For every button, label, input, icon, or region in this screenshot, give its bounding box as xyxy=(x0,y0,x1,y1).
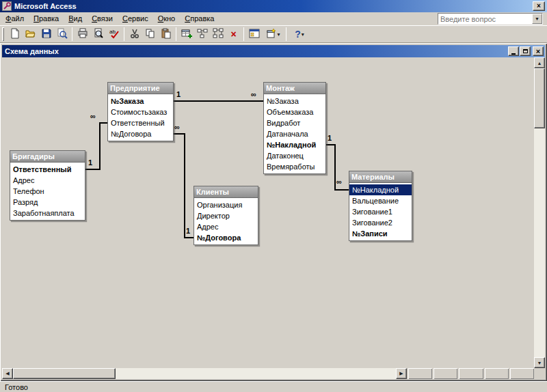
field-row[interactable]: Заработнаяплата xyxy=(10,208,85,219)
show-table-button[interactable] xyxy=(178,27,194,42)
scroll-down-button[interactable]: ▼ xyxy=(534,357,545,368)
table-predpriyatie[interactable]: Предприятие №Заказа Стоимостьзаказ Ответ… xyxy=(107,82,174,141)
relationships-window: Схема данных × 1 ∞ 1 ∞ ∞ 1 xyxy=(0,43,547,381)
field-row[interactable]: Времяработы xyxy=(264,161,325,172)
field-row[interactable]: Стоимостьзаказ xyxy=(108,107,173,117)
field-row[interactable]: Организация xyxy=(194,199,258,210)
field-row[interactable]: №Накладной xyxy=(264,139,325,150)
spelling-button[interactable]: ab xyxy=(106,27,122,42)
menu-item-edit[interactable]: Правка xyxy=(29,13,64,25)
menu-item-window[interactable]: Окно xyxy=(153,13,181,25)
print-preview-button[interactable] xyxy=(90,27,106,42)
table-header[interactable]: Материалы xyxy=(349,171,412,183)
table-header[interactable]: Монтаж xyxy=(264,83,325,94)
relationships-canvas: 1 ∞ 1 ∞ ∞ 1 1 ∞ Предприятие № xyxy=(2,57,534,368)
h-scrollbar[interactable]: ◀ ▶ xyxy=(2,368,407,379)
copy-button[interactable] xyxy=(142,27,158,42)
new-document-icon xyxy=(10,28,21,40)
toolbar-grip[interactable] xyxy=(2,27,4,41)
relationship-line[interactable] xyxy=(174,100,263,102)
v-scrollbar[interactable]: ▲ ▼ xyxy=(534,57,545,368)
minimize-icon xyxy=(511,53,516,55)
field-row[interactable]: №Записи xyxy=(349,228,412,239)
table-header[interactable]: Бригадиры xyxy=(10,151,85,163)
menu-item-tools[interactable]: Сервис xyxy=(118,13,153,25)
field-row[interactable]: Видработ xyxy=(264,117,325,128)
all-relationships-button[interactable] xyxy=(210,27,226,42)
relationship-line[interactable] xyxy=(334,144,336,191)
help-button[interactable]: ?▾ xyxy=(289,27,310,42)
menu-item-relationships[interactable]: Связи xyxy=(87,13,118,25)
menu-item-view[interactable]: Вид xyxy=(64,13,87,25)
search-button[interactable] xyxy=(54,27,70,42)
direct-relationships-button[interactable] xyxy=(194,27,210,42)
field-row[interactable]: №Заказа xyxy=(108,96,173,107)
field-row[interactable]: Ответственный xyxy=(10,164,85,175)
menu-item-help[interactable]: Справка xyxy=(180,13,219,25)
toolbar-separator xyxy=(176,27,176,41)
v-scroll-thumb[interactable] xyxy=(534,68,545,128)
copy-icon xyxy=(145,28,156,40)
cardinality-many-label: ∞ xyxy=(90,112,96,120)
field-row[interactable]: Вальцевание xyxy=(349,195,412,206)
field-row[interactable]: Зигование2 xyxy=(349,217,412,228)
database-window-button[interactable] xyxy=(246,27,262,42)
field-row[interactable]: №Заказа xyxy=(264,96,325,107)
new-button[interactable] xyxy=(7,27,23,42)
field-row[interactable]: Датаначала xyxy=(264,128,325,139)
open-folder-icon xyxy=(25,28,36,40)
table-klienty[interactable]: Клиенты Организация Директор Адрес №Дого… xyxy=(194,186,258,245)
relationship-line[interactable] xyxy=(184,237,194,238)
field-row[interactable]: Ответственный xyxy=(108,117,173,128)
menu-item-file[interactable]: Файл xyxy=(1,13,29,25)
red-x-icon: × xyxy=(230,29,236,39)
ask-question-input[interactable] xyxy=(438,15,532,23)
relationship-line[interactable] xyxy=(99,122,101,170)
field-row[interactable]: Разряд xyxy=(10,197,85,208)
print-preview-icon xyxy=(93,28,104,40)
field-row[interactable]: Адрес xyxy=(10,175,85,186)
title-bar: Microsoft Access × xyxy=(0,0,547,12)
clear-layout-button[interactable]: × xyxy=(226,27,241,42)
field-row[interactable]: Адрес xyxy=(194,221,258,232)
child-restore-button[interactable] xyxy=(520,46,531,56)
svg-text:ab: ab xyxy=(109,29,116,35)
relationship-line[interactable] xyxy=(85,169,101,170)
scroll-left-button[interactable]: ◀ xyxy=(2,368,13,379)
cut-button[interactable] xyxy=(126,27,142,42)
field-row[interactable]: №Накладной xyxy=(349,184,412,195)
open-button[interactable] xyxy=(23,27,38,42)
status-pane xyxy=(485,368,509,379)
relationship-line[interactable] xyxy=(99,122,107,124)
field-row[interactable]: Объемзаказа xyxy=(264,107,325,117)
relationship-line[interactable] xyxy=(184,133,185,238)
table-header[interactable]: Предприятие xyxy=(108,83,173,94)
table-brigadiry[interactable]: Бригадиры Ответственный Адрес Телефон Ра… xyxy=(10,150,85,221)
field-row[interactable]: №Договора xyxy=(108,128,173,139)
field-row[interactable]: Датаконец xyxy=(264,150,325,161)
table-materialy[interactable]: Материалы №Накладной Вальцевание Зигован… xyxy=(349,171,412,241)
status-pane xyxy=(510,368,534,379)
print-button[interactable] xyxy=(75,27,90,42)
save-button[interactable] xyxy=(38,27,54,42)
field-row[interactable]: №Договора xyxy=(194,232,258,243)
chevron-down-icon[interactable]: ▼ xyxy=(532,14,542,24)
scroll-right-button[interactable]: ▶ xyxy=(396,368,407,379)
paste-button[interactable] xyxy=(158,27,174,42)
new-object-button[interactable]: ▾ xyxy=(262,27,284,42)
field-row[interactable]: Телефон xyxy=(10,186,85,197)
table-header[interactable]: Клиенты xyxy=(194,186,258,198)
child-close-button[interactable]: × xyxy=(533,46,544,56)
field-row[interactable]: Зигование1 xyxy=(349,206,412,217)
h-scroll-thumb[interactable] xyxy=(13,368,116,379)
help-icon: ? xyxy=(295,29,301,40)
cardinality-many-label: ∞ xyxy=(336,178,342,186)
toolbar-separator xyxy=(124,27,124,41)
child-minimize-button[interactable] xyxy=(508,46,519,56)
scroll-up-button[interactable]: ▲ xyxy=(534,57,545,68)
close-button[interactable]: × xyxy=(533,1,545,11)
table-montazh[interactable]: Монтаж №Заказа Объемзаказа Видработ Дата… xyxy=(263,82,326,174)
restore-icon xyxy=(523,49,528,53)
relationship-line[interactable] xyxy=(334,189,349,191)
field-row[interactable]: Директор xyxy=(194,210,258,221)
